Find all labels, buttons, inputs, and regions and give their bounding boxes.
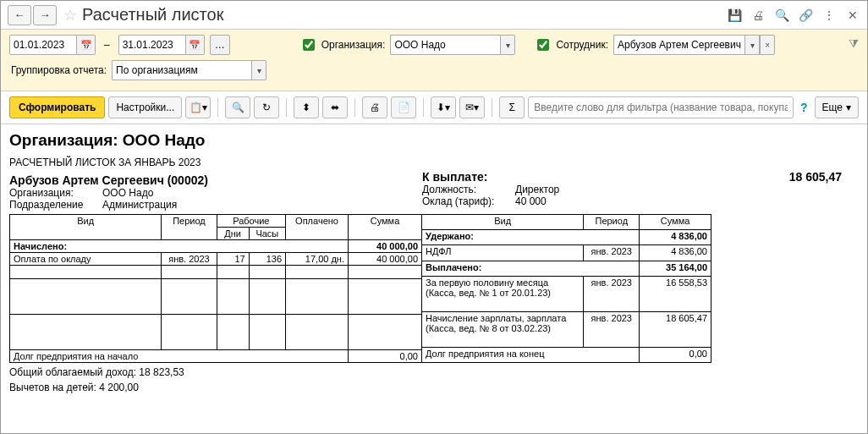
save-icon[interactable]: 💾	[727, 8, 742, 23]
print-button[interactable]: 🖨	[362, 96, 387, 118]
info-row: Организация:ООО Надо	[9, 187, 422, 199]
copy-button[interactable]: 📋▾	[185, 96, 211, 118]
org-dropdown-icon[interactable]: ▾	[500, 35, 515, 55]
group-label: Группировка отчета:	[11, 64, 107, 76]
table-row: Оплата по окладу янв. 2023 17 136 17,00 …	[10, 253, 422, 266]
emp-dropdown-icon[interactable]: ▾	[744, 35, 760, 55]
held-table: Вид Период Сумма Удержано:4 836,00 НДФЛя…	[422, 214, 711, 363]
nav-forward-button[interactable]: →	[33, 5, 57, 25]
expand-button[interactable]: ⬍	[294, 96, 319, 118]
save-file-button[interactable]: ⬇▾	[431, 96, 456, 118]
info-row: ПодразделениеАдминистрация	[9, 199, 422, 211]
info-row: Оклад (тариф):40 000	[422, 195, 859, 207]
table-row: За первую половину месяца (Касса, вед. №…	[422, 276, 711, 311]
filter-funnel-icon[interactable]: ⧩	[849, 36, 859, 51]
nav-back-button[interactable]: ←	[8, 5, 31, 25]
employee-header: Арбузов Артем Сергеевич (00002)	[9, 173, 422, 187]
org-checkbox[interactable]	[303, 39, 315, 51]
favorite-star-icon[interactable]: ☆	[63, 6, 77, 25]
emp-checkbox[interactable]	[537, 39, 549, 51]
footer-line1: Общий облагаемый доход: 18 823,53	[9, 366, 859, 378]
refresh-button[interactable]: ↻	[254, 96, 279, 118]
org-header: Организация: ООО Надо	[9, 131, 859, 150]
filter-input[interactable]	[528, 96, 794, 118]
accrued-table: Вид Период Рабочие Оплачено Сумма Дни Ча…	[9, 214, 422, 363]
more-button[interactable]: Еще ▾	[815, 96, 859, 118]
date-to-input[interactable]	[118, 35, 186, 55]
page-title: Расчетный листок	[82, 5, 727, 25]
sum-button[interactable]: Σ	[499, 96, 525, 118]
footer-line2: Вычетов на детей: 4 200,00	[9, 382, 859, 393]
close-icon[interactable]: ✕	[845, 8, 860, 23]
email-button[interactable]: ✉▾	[459, 96, 485, 118]
help-icon[interactable]: ?	[797, 101, 811, 114]
calendar-to-icon[interactable]: 📅	[186, 35, 205, 55]
settings-button[interactable]: Настройки...	[108, 96, 182, 118]
link-icon[interactable]: 🔗	[798, 8, 813, 23]
page-setup-button[interactable]: 📄	[391, 96, 416, 118]
group-select[interactable]	[112, 60, 251, 80]
period-ellipsis-button[interactable]: …	[210, 35, 230, 55]
emp-label: Сотрудник:	[556, 39, 608, 51]
print-icon[interactable]: 🖨	[750, 8, 766, 23]
period-header: РАСЧЕТНЫЙ ЛИСТОК ЗА ЯНВАРЬ 2023	[9, 157, 859, 168]
form-button[interactable]: Сформировать	[9, 96, 105, 118]
payout-row: К выплате:18 605,47	[422, 170, 859, 184]
table-row: НДФЛянв. 20234 836,00	[422, 245, 711, 261]
zoom-button[interactable]: 🔍	[225, 96, 250, 118]
group-dropdown-icon[interactable]: ▾	[251, 60, 266, 80]
org-label: Организация:	[321, 39, 386, 51]
calendar-from-icon[interactable]: 📅	[77, 35, 96, 55]
org-select[interactable]	[390, 35, 500, 55]
date-from-input[interactable]	[9, 35, 77, 55]
emp-clear-icon[interactable]: ×	[760, 35, 775, 55]
preview-icon[interactable]: 🔍	[774, 8, 789, 23]
menu-dots-icon[interactable]: ⋮	[821, 8, 837, 23]
table-row: Начисление зарплаты, зарплата (Касса, ве…	[422, 311, 711, 347]
info-row: Должность:Директор	[422, 184, 859, 195]
collapse-button[interactable]: ⬌	[322, 96, 348, 118]
emp-select[interactable]	[613, 35, 744, 55]
